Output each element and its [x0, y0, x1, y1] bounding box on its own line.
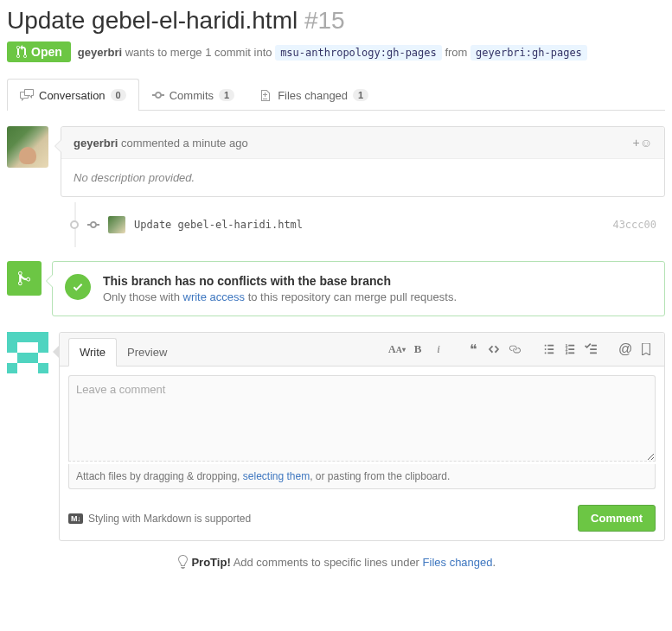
tab-files[interactable]: Files changed 1 [247, 79, 381, 111]
head-ref[interactable]: geyerbri:gh-pages [470, 45, 587, 61]
quote-button[interactable]: ❝ [464, 340, 483, 359]
tab-count: 0 [111, 89, 126, 101]
comment-meta: geyerbri commented a minute ago [74, 137, 248, 150]
tab-count: 1 [219, 89, 234, 101]
tab-label: Commits [170, 89, 214, 102]
avatar[interactable] [7, 332, 48, 373]
timeline-dot [70, 220, 79, 229]
comment: geyerbri commented a minute ago +☺ No de… [61, 126, 665, 197]
bold-button[interactable]: B [408, 340, 427, 359]
git-pull-request-icon [16, 45, 28, 59]
comment-discussion-icon [20, 88, 34, 102]
select-files-link[interactable]: selecting them [243, 470, 310, 482]
pr-author[interactable]: geyerbri [78, 46, 122, 59]
git-merge-icon [18, 270, 30, 287]
tab-label: Conversation [39, 89, 106, 102]
add-reaction-button[interactable]: +☺ [633, 136, 652, 150]
protip-label: ProTip! [191, 556, 230, 569]
check-icon [65, 274, 91, 300]
avatar[interactable] [7, 126, 48, 168]
protip: ProTip! Add comments to specific lines u… [7, 555, 665, 569]
state-label: Open [31, 45, 62, 59]
pr-tabs: Conversation 0 Commits 1 Files changed 1 [7, 78, 665, 111]
task-list-button[interactable] [581, 340, 600, 359]
write-tab[interactable]: Write [68, 338, 117, 366]
unordered-list-button[interactable] [540, 340, 559, 359]
commit-author-avatar[interactable] [108, 216, 125, 233]
base-ref[interactable]: msu-anthropology:gh-pages [275, 45, 442, 61]
italic-button[interactable]: i [429, 340, 448, 359]
comment-time[interactable]: a minute ago [182, 137, 247, 150]
file-diff-icon [260, 88, 272, 102]
markdown-toolbar: AA▾ B i ❝ @ [375, 340, 656, 364]
write-access-link[interactable]: write access [183, 290, 246, 303]
comment-button[interactable]: Comment [578, 505, 656, 532]
link-button[interactable] [505, 340, 524, 359]
tab-count: 1 [353, 89, 368, 101]
pr-number: #15 [304, 7, 345, 34]
saved-replies-button[interactable] [637, 340, 656, 359]
ordered-list-button[interactable] [560, 340, 579, 359]
merge-panel: This branch has no conflicts with the ba… [52, 261, 665, 316]
code-button[interactable] [484, 340, 503, 359]
state-badge: Open [7, 41, 71, 62]
comment-composer: Write Preview AA▾ B i ❝ [59, 332, 665, 541]
comment-textarea[interactable] [68, 375, 656, 462]
tab-commits[interactable]: Commits 1 [139, 79, 247, 111]
git-commit-icon [87, 218, 99, 232]
tab-label: Files changed [278, 89, 348, 102]
title-text: Update gebel-el-haridi.html [7, 7, 298, 34]
markdown-icon: M↓ [68, 513, 83, 524]
tab-conversation[interactable]: Conversation 0 [7, 79, 139, 111]
commit-item: Update gebel-el-haridi.html 43ccc00 [7, 211, 665, 239]
commit-message[interactable]: Update gebel-el-haridi.html [134, 219, 604, 231]
preview-tab[interactable]: Preview [117, 339, 177, 366]
merge-subtitle: Only those with write access to this rep… [103, 290, 457, 303]
comment-author[interactable]: geyerbri [74, 137, 118, 150]
merge-status-icon [7, 261, 42, 296]
mention-button[interactable]: @ [616, 340, 635, 359]
text-size-button[interactable]: AA▾ [387, 340, 406, 359]
lightbulb-icon [176, 555, 189, 569]
merge-description: geyerbri wants to merge 1 commit into ms… [78, 46, 587, 59]
attach-hint[interactable]: Attach files by dragging & dropping, sel… [68, 464, 656, 489]
markdown-hint[interactable]: M↓ Styling with Markdown is supported [68, 513, 251, 525]
files-changed-link[interactable]: Files changed [423, 556, 493, 569]
pr-title: Update gebel-el-haridi.html #15 [7, 7, 665, 35]
merge-title: This branch has no conflicts with the ba… [103, 274, 457, 288]
commit-sha[interactable]: 43ccc00 [612, 219, 656, 231]
comment-body: No description provided. [61, 159, 664, 196]
git-commit-icon [152, 88, 164, 102]
